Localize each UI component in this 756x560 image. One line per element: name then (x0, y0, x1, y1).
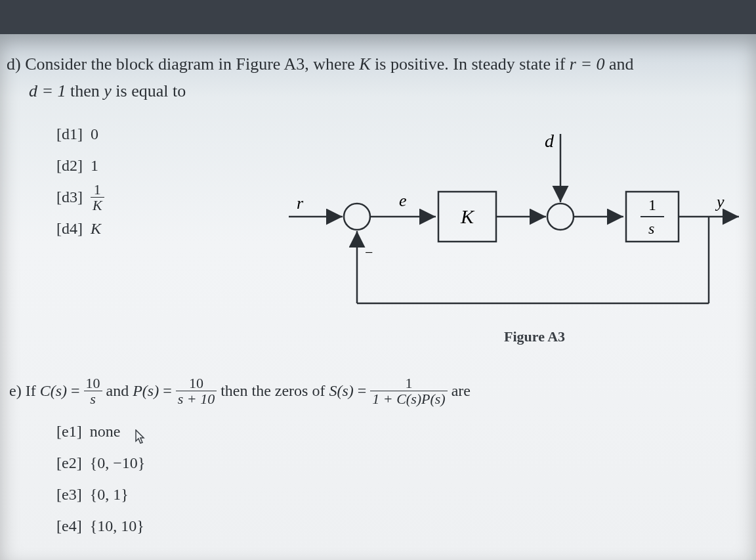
figure-caption: Figure A3 (504, 328, 565, 345)
qe-eq2: = (163, 382, 172, 400)
qd-text-1a: Consider the block diagram in Figure A3,… (25, 54, 359, 74)
qd-text-2a: then (66, 81, 104, 100)
option-tag: [d4] (56, 213, 83, 244)
fraction-den: 1 + C(s)P(s) (370, 391, 447, 406)
option-tag: [e2] (56, 448, 82, 477)
qd-y: y (104, 81, 112, 100)
option-tag: [e4] (56, 511, 82, 540)
block-diagram-svg: r e K d 1 (284, 131, 743, 328)
option-e2: [e2] {0, −10} (56, 447, 743, 479)
minus-sign: − (365, 244, 373, 261)
option-tag: [d3] (56, 181, 83, 213)
fraction-num: 10 (187, 376, 205, 391)
summer-2 (547, 204, 574, 230)
option-tag: [d2] (56, 150, 83, 181)
plant-den: s (648, 220, 654, 237)
question-d: d) Consider the block diagram in Figure … (7, 53, 743, 75)
option-value: K (91, 213, 101, 244)
qd-cond-r: r = 0 (570, 54, 605, 74)
question-e: e) If C(s) = 10 s and P(s) = 10 s + 10 t… (7, 376, 743, 406)
qe-then: then the zeros of (220, 382, 325, 400)
options-e: [e1] none [e2] {0, −10} [e3] {0, 1} [e4]… (7, 416, 743, 542)
label-K: K (460, 205, 475, 227)
option-fraction: 1 K (91, 182, 104, 213)
qe-S-frac: 1 1 + C(s)P(s) (370, 376, 447, 406)
page-content: d) Consider the block diagram in Figure … (0, 34, 756, 548)
document-page: d) Consider the block diagram in Figure … (0, 34, 756, 560)
qe-P-frac: 10 s + 10 (176, 376, 217, 406)
fraction-num: 1 (403, 376, 414, 391)
qe-eq1: = (71, 382, 80, 400)
option-value: 0 (91, 118, 98, 150)
qe-eq3: = (358, 382, 367, 400)
qe-prefix: e) If (9, 382, 36, 400)
option-tag: [d1] (56, 118, 83, 150)
option-e4: [e4] {10, 10} (56, 510, 743, 542)
cursor-icon (135, 424, 145, 439)
summer-1 (344, 204, 370, 230)
option-e1: [e1] none (56, 416, 743, 447)
qe-and: and (106, 382, 129, 400)
qe-C: C(s) (40, 382, 67, 400)
fraction-den: s + 10 (176, 391, 217, 406)
fraction-den: K (91, 198, 104, 213)
label-d: d (545, 131, 555, 151)
qd-K: K (359, 54, 370, 74)
option-e3: [e3] {0, 1} (56, 479, 743, 510)
qd-and: and (605, 54, 634, 74)
plant-num: 1 (648, 196, 656, 213)
qd-prefix: d) (7, 54, 25, 74)
qe-C-frac: 10 s (84, 376, 102, 406)
label-r: r (297, 194, 304, 213)
figure-a3: r e K d 1 (284, 131, 743, 348)
option-tag: [e3] (56, 480, 82, 509)
option-tag: [e1] (56, 417, 82, 446)
label-y: y (715, 192, 724, 211)
qd-text-2b: is equal to (112, 81, 186, 100)
qd-text-1b: is positive. In steady state if (371, 54, 570, 74)
option-value: 1 (91, 150, 98, 181)
question-d-line2: d = 1 then y is equal to (7, 79, 743, 102)
option-value: {0, −10} (90, 448, 146, 477)
qd-cond-d: d = 1 (29, 81, 66, 100)
option-value: {10, 10} (90, 511, 144, 540)
fraction-num: 10 (84, 376, 102, 391)
option-value: none (90, 417, 121, 446)
qe-S: S(s) (329, 382, 353, 400)
fraction-den: s (88, 391, 98, 406)
option-value: {0, 1} (90, 480, 129, 509)
qe-P: P(s) (133, 382, 159, 400)
qe-are: are (452, 382, 471, 400)
label-e: e (399, 191, 407, 210)
fraction-num: 1 (92, 182, 103, 197)
